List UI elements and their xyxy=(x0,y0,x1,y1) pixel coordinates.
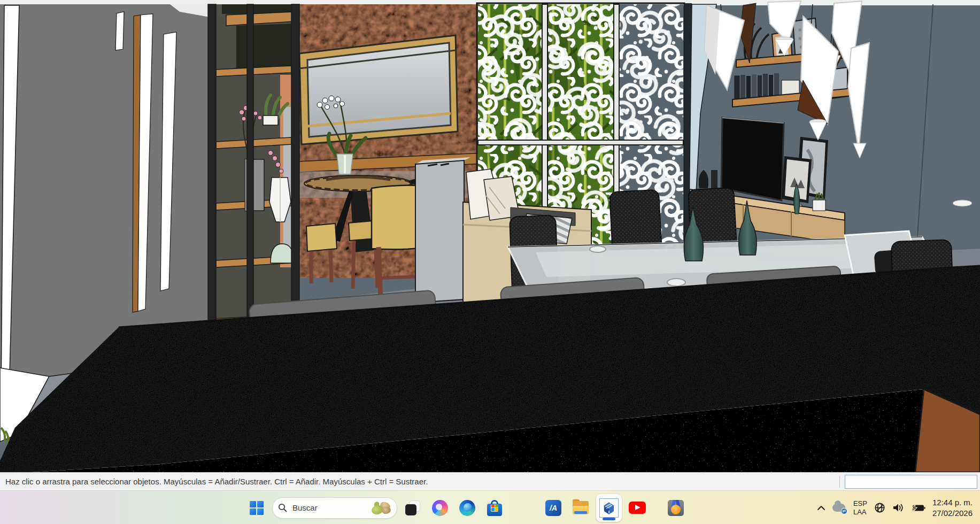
taskbar: Buscar /A xyxy=(0,490,980,524)
file-explorer-button[interactable] xyxy=(569,495,592,521)
status-bar: Haz clic o arrastra para seleccionar obj… xyxy=(0,472,980,490)
onedrive-sync-icon: ⇄ xyxy=(832,503,846,513)
edge-icon xyxy=(459,500,475,516)
clock[interactable]: 12:44 p. m. 27/02/2026 xyxy=(932,497,973,518)
autocad-button[interactable]: /A xyxy=(542,495,565,521)
sketchup-active-button[interactable] xyxy=(596,494,622,522)
microsoft-store-button[interactable] xyxy=(483,495,506,521)
search-daily-image-icon[interactable] xyxy=(371,500,391,515)
model-viewport-canvas[interactable] xyxy=(0,0,980,472)
tray-chevron-button[interactable] xyxy=(817,505,825,511)
start-button[interactable] xyxy=(245,495,268,521)
language-code: ESP xyxy=(853,499,867,507)
edge-button[interactable] xyxy=(456,495,479,521)
chevron-up-icon xyxy=(817,505,825,511)
status-message: Haz clic o arrastra para seleccionar obj… xyxy=(0,477,428,486)
tray-date: 27/02/2026 xyxy=(932,508,973,518)
globe-no-internet-icon xyxy=(874,502,885,513)
sketchup-window: Haz clic o arrastra para seleccionar obj… xyxy=(0,0,980,524)
search-input[interactable]: Buscar xyxy=(272,497,397,519)
keyboard-layout-code: LAA xyxy=(853,508,867,516)
network-button[interactable] xyxy=(874,502,885,513)
task-view-button[interactable] xyxy=(401,495,425,521)
battery-charging-icon xyxy=(911,504,925,512)
task-view-icon xyxy=(405,500,420,515)
medal-app-button[interactable] xyxy=(664,495,688,521)
tray-time: 12:44 p. m. xyxy=(932,498,973,507)
scene-3d-render xyxy=(0,0,980,472)
file-explorer-icon xyxy=(573,501,589,514)
active-app-indicator xyxy=(603,518,615,520)
medal-app-icon xyxy=(668,500,684,516)
statusbar-divider xyxy=(839,476,840,488)
measurements-input[interactable] xyxy=(845,475,977,489)
store-icon xyxy=(487,500,502,516)
youtube-button[interactable] xyxy=(626,495,649,521)
wall-mirror xyxy=(299,35,458,144)
language-indicator[interactable]: ESP LAA xyxy=(853,499,867,516)
battery-button[interactable] xyxy=(911,504,925,512)
onedrive-sync-button[interactable]: ⇄ xyxy=(832,503,846,513)
taskbar-center: Buscar /A xyxy=(245,491,688,524)
copilot-button[interactable] xyxy=(428,495,452,521)
speaker-icon xyxy=(892,503,904,513)
search-icon xyxy=(278,503,287,512)
sketchup-icon xyxy=(599,498,619,518)
youtube-icon xyxy=(629,502,646,514)
windows-logo-icon xyxy=(250,501,264,515)
autocad-icon: /A xyxy=(545,500,561,516)
search-label: Buscar xyxy=(292,503,366,512)
copilot-icon xyxy=(432,500,448,516)
volume-button[interactable] xyxy=(892,503,904,513)
system-tray: ⇄ ESP LAA xyxy=(817,491,980,524)
